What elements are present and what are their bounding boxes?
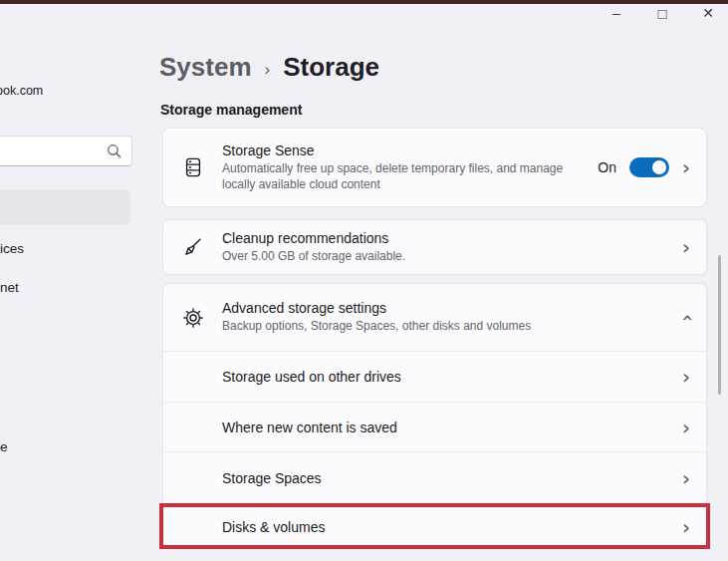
advanced-storage-title: Advanced storage settings (222, 300, 531, 316)
breadcrumb-system[interactable]: System (159, 52, 252, 83)
row-disks-and-volumes[interactable]: Disks & volumes › (163, 504, 706, 549)
storage-sense-description: Automatically free up space, delete temp… (222, 161, 589, 192)
row-label: Where new content is saved (222, 420, 397, 435)
toggle-knob (652, 160, 666, 174)
sidebar-item-truncated[interactable]: e (0, 439, 8, 454)
sidebar-item-selected[interactable] (0, 189, 130, 225)
advanced-storage-card: Advanced storage settings Backup options… (162, 283, 707, 549)
storage-sense-card[interactable]: Storage Sense Automatically free up spac… (162, 128, 707, 207)
row-label: Disks & volumes (222, 519, 325, 535)
maximize-button[interactable]: □ (652, 4, 672, 22)
chevron-right-icon: › (682, 157, 690, 177)
row-label: Storage Spaces (222, 470, 322, 486)
search-box (0, 136, 132, 166)
breadcrumb: System › Storage (159, 52, 379, 83)
sidebar-item-network[interactable]: net (0, 280, 19, 295)
minimize-button[interactable]: – (607, 4, 626, 22)
breadcrumb-separator-icon: › (265, 56, 271, 80)
sidebar-item-devices[interactable]: ices (0, 241, 24, 256)
gear-icon (181, 307, 205, 329)
section-title: Storage management (160, 102, 302, 118)
storage-sense-title: Storage Sense (222, 142, 589, 158)
chevron-up-icon: › (676, 314, 696, 322)
row-storage-used-other-drives[interactable]: Storage used on other drives › (163, 351, 706, 402)
account-email-text[interactable]: ook.com (0, 84, 43, 98)
row-storage-spaces[interactable]: Storage Spaces › (163, 451, 706, 504)
breadcrumb-storage: Storage (283, 52, 379, 83)
storage-drive-icon (181, 156, 205, 178)
search-input[interactable] (0, 137, 103, 165)
row-label: Storage used on other drives (222, 369, 401, 385)
close-button[interactable]: ✕ (698, 4, 718, 22)
chevron-right-icon: › (682, 517, 690, 537)
cleanup-recommendations-card[interactable]: Cleanup recommendations Over 5.00 GB of … (162, 219, 707, 275)
search-icon (107, 143, 122, 159)
window-controls: – □ ✕ (607, 4, 718, 22)
scrollbar-thumb[interactable] (718, 255, 721, 395)
chevron-right-icon: › (682, 367, 690, 387)
toggle-state-label: On (598, 159, 616, 175)
storage-sense-toggle[interactable] (629, 157, 669, 177)
advanced-storage-description: Backup options, Storage Spaces, other di… (222, 319, 531, 335)
row-where-new-content-saved[interactable]: Where new content is saved › (163, 402, 706, 451)
cleanup-description: Over 5.00 GB of storage available. (222, 249, 405, 265)
advanced-storage-header[interactable]: Advanced storage settings Backup options… (163, 284, 706, 351)
chevron-right-icon: › (682, 237, 690, 257)
chevron-right-icon: › (682, 468, 690, 488)
broom-icon (181, 236, 205, 258)
chevron-right-icon: › (682, 418, 690, 437)
cleanup-title: Cleanup recommendations (222, 230, 405, 246)
